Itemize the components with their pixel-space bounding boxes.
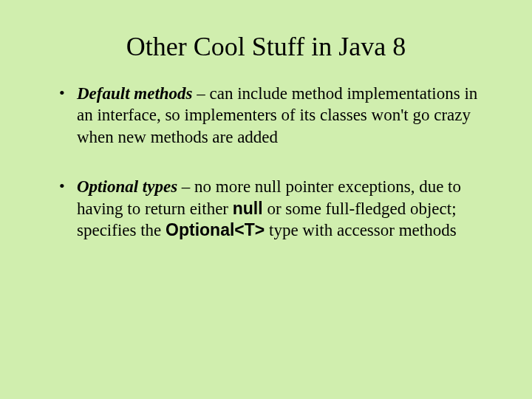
bullet-term: Default methods xyxy=(77,84,193,103)
bullet-term: Optional types xyxy=(77,177,177,196)
slide-title: Other Cool Stuff in Java 8 xyxy=(44,31,488,62)
bullet-sep: – xyxy=(177,177,194,196)
bullet-keyword: Optional<T> xyxy=(166,220,265,239)
bullet-list: Default methods – can include method imp… xyxy=(44,83,488,242)
list-item: Optional types – no more null pointer ex… xyxy=(59,176,480,241)
bullet-body: type with accessor methods xyxy=(265,221,456,239)
bullet-sep: – xyxy=(193,84,210,103)
bullet-keyword: null xyxy=(233,199,263,218)
list-item: Default methods – can include method imp… xyxy=(59,83,480,148)
slide: Other Cool Stuff in Java 8 Default metho… xyxy=(0,0,532,399)
